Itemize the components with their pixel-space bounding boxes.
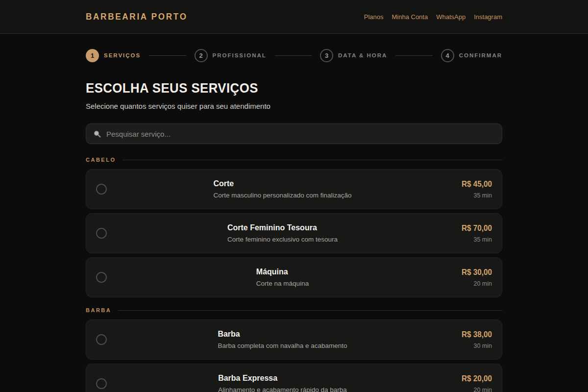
- step-number: 3: [325, 52, 328, 59]
- page-subtitle: Selecione quantos serviços quiser para s…: [86, 102, 502, 110]
- service-section: BARBA Barba Barba completa com navalha e…: [86, 307, 502, 392]
- service-duration: 35 min: [458, 236, 492, 243]
- service-card[interactable]: Corte Corte masculino personalizado com …: [86, 169, 502, 209]
- service-duration: 35 min: [458, 192, 492, 199]
- stepper-step: 3 DATA & HORA: [320, 49, 387, 62]
- service-card-list: Barba Barba completa com navalha e acaba…: [86, 319, 502, 392]
- step-connector: [149, 55, 186, 56]
- service-card[interactable]: Corte Feminino Tesoura Corte feminino ex…: [86, 213, 502, 253]
- header: BARBEARIA PORTO PlanosMinha ContaWhatsAp…: [0, 0, 588, 34]
- service-sections: CABELO Corte Corte masculino personaliza…: [86, 157, 502, 392]
- service-description: Corte na máquina: [256, 280, 309, 287]
- service-info: Corte Feminino Tesoura Corte feminino ex…: [107, 223, 458, 243]
- service-price: R$ 70,00: [462, 223, 492, 233]
- service-radio[interactable]: [96, 272, 107, 283]
- service-pricing: R$ 30,00 20 min: [458, 268, 492, 287]
- nav-link[interactable]: WhatsApp: [436, 13, 466, 21]
- step-label: PROFISSIONAL: [213, 52, 267, 58]
- service-card[interactable]: Barba Barba completa com navalha e acaba…: [86, 319, 502, 360]
- section-header: CABELO: [86, 157, 502, 163]
- section-divider: [122, 160, 502, 160]
- section-label: CABELO: [86, 157, 116, 163]
- section-divider: [118, 310, 502, 311]
- service-price: R$ 20,00: [462, 374, 492, 384]
- stepper-step: 4 CONFIRMAR: [441, 49, 502, 62]
- service-card[interactable]: Barba Expressa Alinhamento e acabamento …: [86, 364, 502, 392]
- service-pricing: R$ 38,00 30 min: [458, 330, 492, 349]
- section-label: BARBA: [86, 307, 111, 313]
- nav-link[interactable]: Planos: [364, 13, 384, 21]
- nav-link[interactable]: Minha Conta: [392, 13, 428, 21]
- search-input[interactable]: [106, 130, 495, 138]
- service-name: Barba Expressa: [218, 374, 347, 383]
- step-connector: [275, 55, 312, 56]
- service-price: R$ 38,00: [462, 330, 492, 340]
- step-number: 1: [91, 52, 94, 59]
- service-name: Máquina: [256, 268, 309, 276]
- step-label: DATA & HORA: [338, 52, 387, 58]
- page-title: ESCOLHA SEUS SERVIÇOS: [86, 80, 469, 96]
- service-price: R$ 30,00: [462, 268, 492, 277]
- step-number-badge: 4: [441, 49, 454, 62]
- service-description: Corte masculino personalizado com finali…: [213, 192, 351, 199]
- service-card[interactable]: Máquina Corte na máquina R$ 30,00 20 min: [86, 257, 502, 297]
- service-duration: 20 min: [458, 280, 492, 287]
- service-info: Barba Barba completa com navalha e acaba…: [107, 330, 458, 349]
- step-label: CONFIRMAR: [459, 52, 502, 58]
- service-radio[interactable]: [96, 184, 107, 195]
- service-duration: 30 min: [458, 343, 492, 349]
- service-pricing: R$ 70,00 35 min: [458, 223, 492, 243]
- stepper-step: 2 PROFISSIONAL: [195, 49, 267, 62]
- service-radio[interactable]: [96, 378, 107, 389]
- service-radio[interactable]: [96, 228, 107, 239]
- service-description: Barba completa com navalha e acabamento: [218, 342, 347, 349]
- service-name: Barba: [218, 330, 347, 339]
- header-nav: PlanosMinha ContaWhatsAppInstagram: [364, 13, 502, 21]
- search-box[interactable]: [86, 123, 502, 144]
- service-description: Alinhamento e acabamento rápido da barba: [218, 386, 347, 392]
- step-number-badge: 2: [195, 49, 208, 62]
- service-price: R$ 45,00: [462, 179, 492, 189]
- service-radio[interactable]: [96, 334, 107, 345]
- nav-link[interactable]: Instagram: [474, 13, 502, 21]
- main-content: 1 SERVIÇOS 2 PROFISSIONAL 3 DATA & HORA …: [0, 47, 588, 392]
- step-number: 4: [446, 52, 449, 59]
- step-number-badge: 1: [86, 49, 99, 62]
- service-duration: 20 min: [458, 387, 492, 392]
- service-info: Máquina Corte na máquina: [107, 268, 458, 287]
- brand-logo[interactable]: BARBEARIA PORTO: [86, 11, 188, 22]
- service-info: Barba Expressa Alinhamento e acabamento …: [107, 374, 458, 392]
- service-name: Corte Feminino Tesoura: [227, 223, 338, 232]
- step-number-badge: 3: [320, 49, 333, 62]
- service-card-list: Corte Corte masculino personalizado com …: [86, 169, 502, 297]
- step-label: SERVIÇOS: [104, 52, 141, 58]
- service-description: Corte feminino exclusivo com tesoura: [227, 236, 338, 243]
- stepper: 1 SERVIÇOS 2 PROFISSIONAL 3 DATA & HORA …: [86, 47, 502, 64]
- service-pricing: R$ 45,00 35 min: [458, 179, 492, 199]
- service-name: Corte: [213, 179, 351, 188]
- step-connector: [395, 55, 432, 56]
- search-icon: [93, 130, 101, 138]
- step-number: 2: [199, 52, 202, 59]
- service-section: CABELO Corte Corte masculino personaliza…: [86, 157, 502, 297]
- service-pricing: R$ 20,00 20 min: [458, 374, 492, 392]
- section-header: BARBA: [86, 307, 502, 313]
- service-info: Corte Corte masculino personalizado com …: [107, 179, 458, 199]
- stepper-step: 1 SERVIÇOS: [86, 49, 141, 62]
